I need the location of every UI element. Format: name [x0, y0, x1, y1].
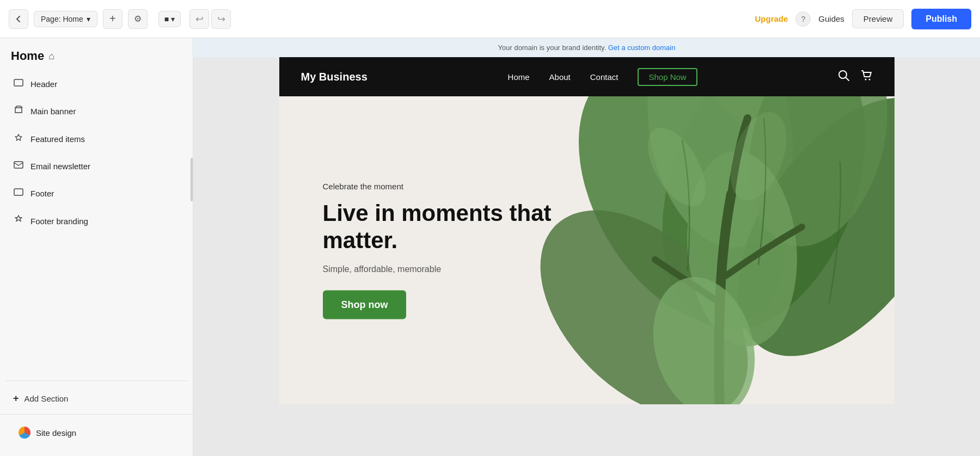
history-controls: ↩ ↪ — [189, 9, 231, 29]
device-icon: ■ — [164, 15, 169, 23]
nav-shop-now-button[interactable]: Shop Now — [638, 68, 697, 86]
header-icon — [13, 78, 24, 89]
toolbar-left: Page: Home ▾ + ⚙ — [9, 9, 148, 29]
sidebar: Home ⌂ Header Main banner — [0, 38, 193, 456]
site-header: My Business Home About Contact Shop Now — [279, 57, 895, 96]
add-section-row[interactable]: + Add Section — [5, 385, 187, 412]
main-banner-icon — [13, 106, 24, 117]
toolbar-middle: ■ ▾ ↩ ↪ — [158, 9, 231, 29]
sidebar-item-footer[interactable]: Footer — [5, 180, 187, 206]
main-content: Home ⌂ Header Main banner — [0, 38, 980, 456]
add-section-plus-icon: + — [13, 393, 19, 404]
site-nav: Home About Contact Shop Now — [508, 68, 697, 86]
svg-rect-1 — [14, 162, 23, 168]
add-section-button[interactable]: + — [103, 9, 122, 29]
hero-content: Celebrate the moment Live in moments tha… — [323, 182, 595, 319]
domain-banner-text: Your domain is your brand identity. — [498, 44, 607, 52]
featured-items-label: Featured items — [30, 134, 85, 144]
canvas-area: Your domain is your brand identity. Get … — [193, 38, 980, 456]
svg-point-4 — [865, 78, 866, 80]
cart-icon[interactable] — [861, 70, 873, 84]
footer-branding-icon — [13, 215, 24, 227]
featured-items-icon — [13, 133, 24, 144]
home-icon[interactable]: ⌂ — [48, 51, 54, 62]
sidebar-scroll-area: Header Main banner Featured items — [0, 71, 193, 376]
sidebar-item-email-newsletter[interactable]: Email newsletter — [5, 153, 187, 179]
toolbar: Page: Home ▾ + ⚙ ■ ▾ ↩ ↪ Upgrade ? Guid — [0, 0, 980, 38]
sidebar-item-footer-branding[interactable]: Footer branding — [5, 207, 187, 235]
upgrade-link[interactable]: Upgrade — [755, 14, 788, 23]
site-design-label: Site design — [36, 428, 76, 437]
search-icon[interactable] — [838, 70, 850, 84]
toolbar-right: Upgrade ? Guides Preview Publish — [755, 9, 971, 29]
publish-button[interactable]: Publish — [911, 9, 971, 29]
hero-subtitle: Simple, affordable, memorable — [323, 264, 595, 274]
svg-point-5 — [868, 78, 870, 80]
site-design-icon — [19, 427, 30, 439]
device-chevron-icon: ▾ — [171, 15, 175, 23]
sidebar-item-header[interactable]: Header — [5, 71, 187, 97]
settings-button[interactable]: ⚙ — [128, 9, 148, 29]
sidebar-divider — [5, 380, 187, 381]
sidebar-scroll-handle — [191, 158, 193, 201]
hero-title: Live in moments that matter. — [323, 200, 595, 255]
add-section-label: Add Section — [24, 394, 69, 403]
main-banner-label: Main banner — [30, 107, 76, 116]
footer-label: Footer — [30, 189, 54, 198]
nav-item-contact[interactable]: Contact — [590, 72, 618, 82]
help-button[interactable]: ? — [795, 11, 811, 27]
redo-button[interactable]: ↪ — [211, 9, 231, 29]
site-header-icons — [838, 70, 873, 84]
sidebar-item-main-banner[interactable]: Main banner — [5, 98, 187, 125]
sidebar-item-site-design[interactable]: Site design — [11, 420, 182, 445]
footer-icon — [13, 188, 24, 199]
undo-button[interactable]: ↩ — [189, 9, 209, 29]
email-newsletter-icon — [13, 161, 24, 171]
page-selector[interactable]: Page: Home ▾ — [34, 11, 97, 27]
svg-rect-0 — [14, 79, 23, 86]
hero-section: Celebrate the moment Live in moments tha… — [279, 96, 895, 404]
sidebar-item-featured-items[interactable]: Featured items — [5, 126, 187, 152]
back-button[interactable] — [9, 9, 28, 29]
sidebar-bottom: Site design — [0, 414, 193, 456]
sidebar-sections: Header Main banner Featured items — [0, 71, 193, 242]
chevron-down-icon: ▾ — [87, 15, 90, 23]
nav-item-home[interactable]: Home — [508, 72, 530, 82]
guides-button[interactable]: Guides — [818, 14, 844, 23]
header-label: Header — [30, 79, 57, 89]
preview-button[interactable]: Preview — [852, 9, 904, 28]
custom-domain-link[interactable]: Get a custom domain — [608, 44, 676, 52]
hero-cta-button[interactable]: Shop now — [323, 290, 407, 319]
domain-banner: Your domain is your brand identity. Get … — [193, 38, 980, 57]
sidebar-title-row: Home ⌂ — [0, 38, 193, 71]
nav-item-about[interactable]: About — [549, 72, 571, 82]
hero-tagline: Celebrate the moment — [323, 182, 595, 191]
site-logo: My Business — [301, 71, 367, 83]
email-newsletter-label: Email newsletter — [30, 162, 90, 171]
sidebar-title: Home — [11, 49, 44, 63]
device-selector[interactable]: ■ ▾ — [158, 11, 181, 27]
page-label: Page: Home — [41, 15, 83, 23]
footer-branding-label: Footer branding — [30, 217, 88, 226]
website-preview: My Business Home About Contact Shop Now — [279, 57, 895, 404]
svg-rect-2 — [14, 189, 23, 195]
